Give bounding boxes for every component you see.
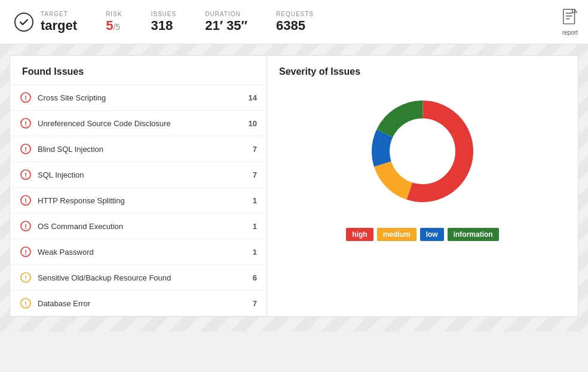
target-label: TARGET (41, 11, 77, 17)
issues-label: ISSUES (151, 11, 176, 17)
issue-severity-icon: ! (20, 246, 32, 258)
svg-text:!: ! (24, 120, 27, 127)
requests-value: 6385 (276, 19, 314, 33)
list-item[interactable]: ! Unreferenced Source Code Disclosure10 (10, 111, 267, 136)
issue-count: 7 (245, 170, 257, 179)
header: TARGET target RISK 5/5 ISSUES 318 DURATI… (0, 0, 588, 44)
issue-name: Blind SQL Injection (38, 145, 239, 154)
main-panel: Found Issues ! Cross Site Scripting14 ! … (10, 55, 578, 317)
requests-label: REQUESTS (276, 11, 314, 17)
issues-section: ISSUES 318 (151, 11, 176, 33)
report-button[interactable]: report (562, 8, 578, 35)
issue-name: Cross Site Scripting (38, 93, 239, 102)
issue-count: 14 (245, 93, 257, 102)
target-section: TARGET target (14, 11, 77, 33)
report-icon (562, 8, 578, 28)
svg-text:!: ! (24, 300, 27, 307)
list-item[interactable]: ! Cross Site Scripting14 (10, 85, 267, 111)
target-check-icon (14, 13, 33, 32)
svg-text:!: ! (24, 197, 27, 205)
target-value: target (41, 19, 77, 33)
issue-severity-icon: ! (20, 194, 32, 206)
severity-panel: Severity of Issues high m (267, 56, 578, 316)
requests-section: REQUESTS 6385 (276, 11, 314, 33)
svg-rect-0 (564, 9, 575, 23)
legend-low: low (420, 228, 444, 241)
issue-severity-icon: ! (20, 169, 32, 181)
svg-text:!: ! (24, 94, 27, 102)
issue-count: 1 (245, 196, 257, 205)
risk-denom: /5 (113, 22, 120, 32)
legend-high: high (346, 228, 373, 241)
issue-severity-icon: ! (20, 272, 32, 283)
legend-medium: medium (377, 228, 416, 241)
duration-label: DURATION (205, 11, 247, 17)
issue-count: 7 (245, 299, 257, 308)
list-item[interactable]: ! HTTP Response Splitting1 (10, 188, 267, 214)
found-issues-title: Found Issues (10, 56, 267, 85)
risk-label: RISK (106, 11, 122, 17)
issue-severity-icon: ! (20, 143, 32, 155)
issue-severity-icon: ! (20, 297, 32, 309)
issue-name: Sensitive Old/Backup Resource Found (38, 273, 239, 282)
severity-title: Severity of Issues (279, 66, 566, 77)
svg-text:!: ! (24, 172, 27, 179)
found-issues-panel: Found Issues ! Cross Site Scripting14 ! … (10, 56, 267, 316)
chart-legend: high medium low information (346, 228, 498, 241)
svg-text:!: ! (24, 223, 27, 230)
issue-name: Unreferenced Source Code Disclosure (38, 119, 239, 128)
issue-severity-icon: ! (20, 92, 32, 103)
issue-name: Database Error (38, 299, 239, 308)
svg-text:!: ! (24, 249, 27, 256)
issue-name: OS Command Execution (38, 222, 239, 231)
list-item[interactable]: ! OS Command Execution1 (10, 214, 267, 239)
issues-value: 318 (151, 19, 176, 33)
list-item[interactable]: ! Database Error7 (10, 291, 267, 316)
duration-value: 21′ 35″ (205, 19, 247, 33)
issue-count: 7 (245, 145, 257, 154)
donut-chart-container: high medium low information (279, 92, 566, 241)
issue-count: 10 (245, 119, 257, 128)
issue-severity-icon: ! (20, 220, 32, 232)
issue-name: SQL Injection (38, 170, 239, 179)
list-item[interactable]: ! Weak Password1 (10, 239, 267, 265)
issue-count: 1 (245, 222, 257, 231)
content-area: Found Issues ! Cross Site Scripting14 ! … (0, 44, 588, 331)
issue-name: Weak Password (38, 248, 239, 257)
donut-chart (363, 92, 482, 211)
svg-text:!: ! (24, 275, 27, 282)
issue-count: 1 (245, 248, 257, 257)
issue-severity-icon: ! (20, 117, 32, 129)
legend-information: information (448, 228, 499, 241)
report-label: report (562, 29, 578, 35)
issue-count: 6 (245, 273, 257, 282)
risk-number: 5 (106, 18, 113, 33)
list-item[interactable]: ! Blind SQL Injection7 (10, 136, 267, 162)
list-item[interactable]: ! Sensitive Old/Backup Resource Found6 (10, 265, 267, 291)
issues-list: ! Cross Site Scripting14 ! Unreferenced … (10, 85, 267, 316)
list-item[interactable]: ! SQL Injection7 (10, 162, 267, 188)
svg-text:!: ! (24, 146, 27, 153)
duration-section: DURATION 21′ 35″ (205, 11, 247, 33)
issue-name: HTTP Response Splitting (38, 196, 239, 205)
risk-value: 5/5 (106, 19, 122, 33)
risk-section: RISK 5/5 (106, 11, 122, 33)
